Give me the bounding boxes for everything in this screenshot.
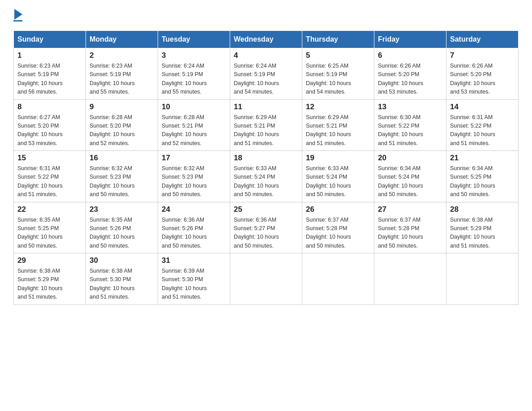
day-info: Sunrise: 6:24 AMSunset: 5:19 PMDaylight:… bbox=[162, 62, 226, 97]
calendar-cell: 10Sunrise: 6:28 AMSunset: 5:21 PMDayligh… bbox=[158, 99, 230, 151]
calendar-cell: 5Sunrise: 6:25 AMSunset: 5:19 PMDaylight… bbox=[302, 48, 374, 100]
day-number: 19 bbox=[306, 154, 370, 163]
calendar-cell: 30Sunrise: 6:38 AMSunset: 5:30 PMDayligh… bbox=[86, 253, 158, 305]
calendar-cell: 31Sunrise: 6:39 AMSunset: 5:30 PMDayligh… bbox=[158, 253, 230, 305]
week-row-2: 8Sunrise: 6:27 AMSunset: 5:20 PMDaylight… bbox=[14, 99, 519, 151]
day-info: Sunrise: 6:35 AMSunset: 5:25 PMDaylight:… bbox=[17, 216, 82, 251]
logo-arrow-icon bbox=[14, 9, 22, 20]
day-info: Sunrise: 6:36 AMSunset: 5:27 PMDaylight:… bbox=[234, 216, 298, 251]
day-info: Sunrise: 6:38 AMSunset: 5:29 PMDaylight:… bbox=[17, 267, 82, 302]
day-info: Sunrise: 6:25 AMSunset: 5:19 PMDaylight:… bbox=[306, 62, 370, 97]
calendar-cell bbox=[446, 253, 519, 305]
day-number: 1 bbox=[17, 51, 82, 60]
day-number: 13 bbox=[378, 103, 442, 111]
day-info: Sunrise: 6:34 AMSunset: 5:25 PMDaylight:… bbox=[450, 164, 515, 199]
day-number: 18 bbox=[234, 154, 298, 163]
day-info: Sunrise: 6:30 AMSunset: 5:22 PMDaylight:… bbox=[378, 113, 442, 148]
calendar-cell: 21Sunrise: 6:34 AMSunset: 5:25 PMDayligh… bbox=[446, 151, 519, 202]
day-info: Sunrise: 6:33 AMSunset: 5:24 PMDaylight:… bbox=[306, 164, 370, 199]
calendar-cell: 19Sunrise: 6:33 AMSunset: 5:24 PMDayligh… bbox=[302, 151, 374, 202]
calendar-cell: 20Sunrise: 6:34 AMSunset: 5:24 PMDayligh… bbox=[374, 151, 446, 202]
calendar-cell: 14Sunrise: 6:31 AMSunset: 5:22 PMDayligh… bbox=[446, 99, 519, 151]
day-info: Sunrise: 6:31 AMSunset: 5:22 PMDaylight:… bbox=[17, 164, 82, 199]
day-info: Sunrise: 6:27 AMSunset: 5:20 PMDaylight:… bbox=[17, 113, 82, 148]
day-info: Sunrise: 6:29 AMSunset: 5:21 PMDaylight:… bbox=[234, 113, 298, 148]
calendar-cell bbox=[374, 253, 446, 305]
day-number: 2 bbox=[90, 51, 154, 60]
day-info: Sunrise: 6:35 AMSunset: 5:26 PMDaylight:… bbox=[90, 216, 154, 251]
day-number: 16 bbox=[90, 154, 154, 163]
day-info: Sunrise: 6:39 AMSunset: 5:30 PMDaylight:… bbox=[162, 267, 226, 302]
calendar-cell: 11Sunrise: 6:29 AMSunset: 5:21 PMDayligh… bbox=[230, 99, 302, 151]
calendar-cell: 6Sunrise: 6:26 AMSunset: 5:20 PMDaylight… bbox=[374, 48, 446, 100]
day-number: 23 bbox=[90, 205, 154, 214]
day-info: Sunrise: 6:34 AMSunset: 5:24 PMDaylight:… bbox=[378, 164, 442, 199]
week-row-4: 22Sunrise: 6:35 AMSunset: 5:25 PMDayligh… bbox=[14, 202, 519, 253]
day-info: Sunrise: 6:28 AMSunset: 5:21 PMDaylight:… bbox=[162, 113, 226, 148]
calendar-cell: 18Sunrise: 6:33 AMSunset: 5:24 PMDayligh… bbox=[230, 151, 302, 202]
calendar-cell: 16Sunrise: 6:32 AMSunset: 5:23 PMDayligh… bbox=[86, 151, 158, 202]
day-number: 15 bbox=[17, 154, 82, 163]
day-info: Sunrise: 6:29 AMSunset: 5:21 PMDaylight:… bbox=[306, 113, 370, 148]
day-info: Sunrise: 6:23 AMSunset: 5:19 PMDaylight:… bbox=[90, 62, 154, 97]
week-row-1: 1Sunrise: 6:23 AMSunset: 5:19 PMDaylight… bbox=[14, 48, 519, 100]
day-header-friday: Friday bbox=[374, 31, 446, 48]
day-number: 31 bbox=[162, 256, 226, 265]
week-row-5: 29Sunrise: 6:38 AMSunset: 5:29 PMDayligh… bbox=[14, 253, 519, 305]
calendar-cell: 23Sunrise: 6:35 AMSunset: 5:26 PMDayligh… bbox=[86, 202, 158, 253]
day-number: 20 bbox=[378, 154, 442, 163]
day-number: 29 bbox=[17, 256, 82, 265]
day-header-saturday: Saturday bbox=[446, 31, 519, 48]
calendar-cell: 13Sunrise: 6:30 AMSunset: 5:22 PMDayligh… bbox=[374, 99, 446, 151]
day-number: 24 bbox=[162, 205, 226, 214]
calendar-cell: 28Sunrise: 6:38 AMSunset: 5:29 PMDayligh… bbox=[446, 202, 519, 253]
day-number: 3 bbox=[162, 51, 226, 60]
calendar-cell: 15Sunrise: 6:31 AMSunset: 5:22 PMDayligh… bbox=[14, 151, 86, 202]
day-header-tuesday: Tuesday bbox=[158, 31, 230, 48]
day-info: Sunrise: 6:37 AMSunset: 5:28 PMDaylight:… bbox=[378, 216, 442, 251]
day-number: 7 bbox=[450, 51, 515, 60]
day-info: Sunrise: 6:24 AMSunset: 5:19 PMDaylight:… bbox=[234, 62, 298, 97]
day-header-thursday: Thursday bbox=[302, 31, 374, 48]
day-info: Sunrise: 6:23 AMSunset: 5:19 PMDaylight:… bbox=[17, 62, 82, 97]
calendar-cell: 12Sunrise: 6:29 AMSunset: 5:21 PMDayligh… bbox=[302, 99, 374, 151]
day-number: 11 bbox=[234, 103, 298, 111]
day-number: 25 bbox=[234, 205, 298, 214]
calendar-cell: 4Sunrise: 6:24 AMSunset: 5:19 PMDaylight… bbox=[230, 48, 302, 100]
calendar-cell: 26Sunrise: 6:37 AMSunset: 5:28 PMDayligh… bbox=[302, 202, 374, 253]
day-number: 6 bbox=[378, 51, 442, 60]
calendar-cell: 7Sunrise: 6:26 AMSunset: 5:20 PMDaylight… bbox=[446, 48, 519, 100]
day-number: 22 bbox=[17, 205, 82, 214]
logo-underline bbox=[13, 20, 22, 21]
day-number: 26 bbox=[306, 205, 370, 214]
calendar-cell: 29Sunrise: 6:38 AMSunset: 5:29 PMDayligh… bbox=[14, 253, 86, 305]
page-header bbox=[13, 9, 519, 21]
day-header-monday: Monday bbox=[86, 31, 158, 48]
day-info: Sunrise: 6:38 AMSunset: 5:29 PMDaylight:… bbox=[450, 216, 515, 251]
day-number: 10 bbox=[162, 103, 226, 111]
day-number: 5 bbox=[306, 51, 370, 60]
day-number: 8 bbox=[17, 103, 82, 111]
calendar-cell: 2Sunrise: 6:23 AMSunset: 5:19 PMDaylight… bbox=[86, 48, 158, 100]
calendar-table: SundayMondayTuesdayWednesdayThursdayFrid… bbox=[13, 30, 519, 305]
day-number: 14 bbox=[450, 103, 515, 111]
day-info: Sunrise: 6:31 AMSunset: 5:22 PMDaylight:… bbox=[450, 113, 515, 148]
calendar-cell: 3Sunrise: 6:24 AMSunset: 5:19 PMDaylight… bbox=[158, 48, 230, 100]
day-info: Sunrise: 6:36 AMSunset: 5:26 PMDaylight:… bbox=[162, 216, 226, 251]
day-headers-row: SundayMondayTuesdayWednesdayThursdayFrid… bbox=[14, 31, 519, 48]
calendar-cell bbox=[230, 253, 302, 305]
day-info: Sunrise: 6:28 AMSunset: 5:20 PMDaylight:… bbox=[90, 113, 154, 148]
day-number: 28 bbox=[450, 205, 515, 214]
calendar-cell: 25Sunrise: 6:36 AMSunset: 5:27 PMDayligh… bbox=[230, 202, 302, 253]
day-header-sunday: Sunday bbox=[14, 31, 86, 48]
day-number: 12 bbox=[306, 103, 370, 111]
calendar-cell: 27Sunrise: 6:37 AMSunset: 5:28 PMDayligh… bbox=[374, 202, 446, 253]
calendar-cell: 8Sunrise: 6:27 AMSunset: 5:20 PMDaylight… bbox=[14, 99, 86, 151]
week-row-3: 15Sunrise: 6:31 AMSunset: 5:22 PMDayligh… bbox=[14, 151, 519, 202]
calendar-cell: 1Sunrise: 6:23 AMSunset: 5:19 PMDaylight… bbox=[14, 48, 86, 100]
day-info: Sunrise: 6:26 AMSunset: 5:20 PMDaylight:… bbox=[378, 62, 442, 97]
day-number: 17 bbox=[162, 154, 226, 163]
day-number: 9 bbox=[90, 103, 154, 111]
day-info: Sunrise: 6:32 AMSunset: 5:23 PMDaylight:… bbox=[90, 164, 154, 199]
day-info: Sunrise: 6:26 AMSunset: 5:20 PMDaylight:… bbox=[450, 62, 515, 97]
